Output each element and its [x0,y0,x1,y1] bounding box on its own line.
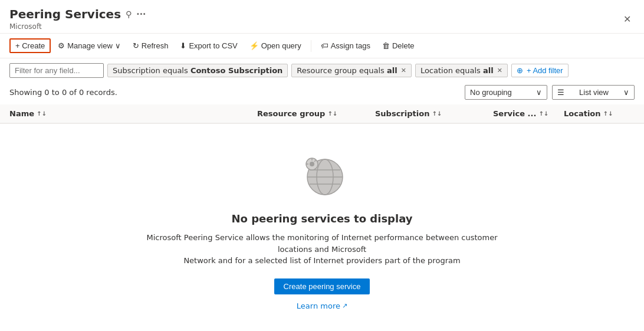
ellipsis-icon[interactable]: ··· [136,9,146,19]
query-icon: ⚡ [249,41,259,50]
refresh-icon: ↻ [133,41,139,50]
empty-title: No peering services to display [232,212,413,225]
manage-view-button[interactable]: ⚙ Manage view ∨ [53,39,126,53]
tag-icon: 🏷 [321,41,328,50]
col-subscription: Subscription ↑↓ [375,109,493,118]
col-location: Location ↑↓ [564,109,635,118]
add-filter-button[interactable]: ⊕ + Add filter [511,64,569,77]
svg-point-6 [310,162,314,166]
delete-icon: 🗑 [382,41,390,50]
loc-sort-icon[interactable]: ↑↓ [603,110,613,117]
assign-tags-button[interactable]: 🏷 Assign tags [316,39,375,53]
panel-subtitle: Microsoft [9,22,146,31]
empty-state: No peering services to display Microsoft… [0,124,644,331]
sub-sort-icon[interactable]: ↑↓ [432,110,442,117]
col-name: Name ↑↓ [9,109,257,118]
results-bar: Showing 0 to 0 of 0 records. No grouping… [0,83,644,104]
filter-tag-subscription: Subscription equals Contoso Subscription [107,64,288,77]
view-controls: No grouping ∨ ☰ List view ∨ [465,85,635,100]
table-header: Name ↑↓ Resource group ↑↓ Subscription ↑… [0,104,644,124]
chevron-down-icon: ∨ [115,41,121,50]
filter-input[interactable] [9,63,104,78]
delete-button[interactable]: 🗑 Delete [377,39,419,53]
title-area: Peering Services ⚲ ··· Microsoft [9,7,146,31]
learn-more-link[interactable]: Learn more ↗ [297,301,347,310]
page-title: Peering Services [9,7,121,21]
filter-bar: Subscription equals Contoso Subscription… [0,58,644,83]
panel-header: Peering Services ⚲ ··· Microsoft ✕ [0,0,644,34]
export-button[interactable]: ⬇ Export to CSV [175,39,242,53]
toolbar: + Create ⚙ Manage view ∨ ↻ Refresh ⬇ Exp… [0,34,644,58]
filter-tag-location: Location equals all ✕ [415,64,508,77]
view-chevron-icon: ∨ [623,88,629,97]
results-count: Showing 0 to 0 of 0 records. [9,88,117,97]
svc-sort-icon[interactable]: ↑↓ [538,110,548,117]
create-button[interactable]: + Create [9,38,51,53]
plus-filter-icon: ⊕ [517,66,523,75]
gear-icon: ⚙ [58,41,65,50]
col-resource-group: Resource group ↑↓ [257,109,375,118]
external-link-icon: ↗ [342,302,347,310]
rg-sort-icon[interactable]: ↑↓ [327,110,337,117]
remove-location-filter[interactable]: ✕ [497,67,502,74]
refresh-button[interactable]: ↻ Refresh [128,39,173,53]
name-sort-icon[interactable]: ↑↓ [37,110,47,117]
filter-tag-resource-group: Resource group equals all ✕ [291,64,412,77]
export-icon: ⬇ [180,41,186,50]
toolbar-divider [311,40,311,52]
grouping-dropdown[interactable]: No grouping ∨ [465,85,547,100]
pin-icon[interactable]: ⚲ [126,9,132,19]
grouping-chevron-icon: ∨ [536,88,542,97]
close-button[interactable]: ✕ [620,12,635,26]
create-peering-service-button[interactable]: Create peering service [274,278,370,294]
empty-description: Microsoft Peering Service allows the mon… [145,232,499,267]
globe-icon [295,148,349,201]
col-service: Service ... ↑↓ [493,109,564,118]
list-view-icon: ☰ [557,88,564,97]
remove-resource-group-filter[interactable]: ✕ [401,67,406,74]
open-query-button[interactable]: ⚡ Open query [245,39,306,53]
view-dropdown[interactable]: ☰ List view ∨ [552,85,635,100]
